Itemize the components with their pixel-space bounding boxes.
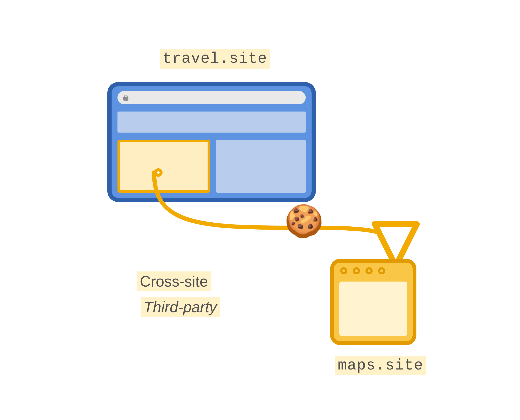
address-bar	[117, 91, 306, 104]
page-content-block	[216, 140, 306, 193]
maps-app-window	[330, 259, 416, 345]
window-dot-icon	[340, 267, 347, 274]
window-dot-icon	[378, 267, 385, 274]
connection-origin-dot	[154, 168, 162, 177]
maps-site-label: maps.site	[335, 356, 426, 375]
maps-app-content	[339, 282, 407, 336]
page-header-block	[117, 112, 306, 133]
diagram-stage: travel.site 🍪 Cross-site Third-party	[0, 0, 520, 420]
lock-icon	[123, 95, 128, 101]
window-dot-icon	[366, 267, 373, 274]
window-dot-icon	[353, 267, 360, 274]
third-party-label: Third-party	[141, 297, 220, 317]
cross-site-label: Cross-site	[137, 271, 211, 291]
travel-site-label: travel.site	[160, 49, 270, 69]
browser-window	[107, 82, 316, 202]
third-party-iframe	[117, 140, 210, 193]
window-traffic-dots	[340, 267, 385, 274]
cookie-icon: 🍪	[283, 204, 325, 238]
